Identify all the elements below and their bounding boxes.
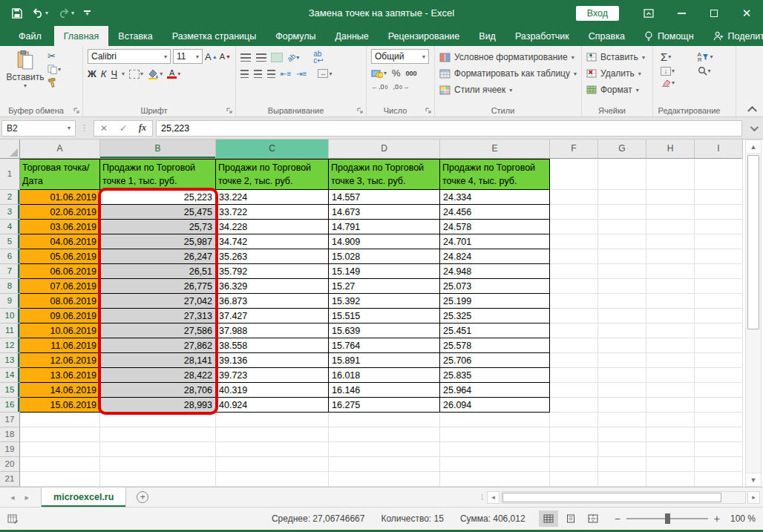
cell-H21[interactable] [646,472,695,487]
status-sum[interactable]: Сумма: 406,012 [460,513,525,524]
cell-B4[interactable]: 25,73 [100,220,216,234]
expand-formula-bar-button[interactable] [745,120,762,137]
cell-H16[interactable] [646,398,695,413]
cell-G11[interactable] [598,324,646,338]
cell-C7[interactable]: 35.792 [216,264,329,279]
insert-function-button[interactable]: fx [133,122,152,134]
autosum-button[interactable]: Σ▾ [661,50,690,63]
paste-dropdown-caret[interactable]: ▾ [24,82,27,89]
cell-I7[interactable] [695,264,743,279]
cell-F2[interactable] [550,190,598,205]
cell-F20[interactable] [550,457,598,472]
cell-C9[interactable]: 36.873 [216,294,329,309]
font-dialog-launcher[interactable] [226,107,233,114]
status-count[interactable]: Количество: 15 [381,513,443,524]
cell-E2[interactable]: 24.334 [440,190,550,205]
prev-sheet-button[interactable]: ◂ [10,493,15,502]
cell-E14[interactable]: 25.835 [440,368,550,383]
cell-F5[interactable] [550,234,598,249]
cell-B10[interactable]: 27,313 [100,309,216,324]
cell-F6[interactable] [550,249,598,264]
tab-developer[interactable]: Разработчик [505,26,579,46]
copy-button[interactable]: ▾ [48,65,61,74]
scroll-right-button[interactable]: ▸ [747,491,760,504]
zoom-slider[interactable] [626,518,708,519]
cell-D10[interactable]: 15.515 [329,309,440,324]
format-as-table-button[interactable]: Форматировать как таблицу▾ [439,65,577,82]
cell-D15[interactable]: 16.146 [329,383,440,398]
cell-D12[interactable]: 15.764 [329,338,440,353]
cell-B9[interactable]: 27,042 [100,294,216,309]
cell-H8[interactable] [646,279,695,294]
cell-G20[interactable] [598,457,646,472]
cell-C21[interactable] [216,472,329,487]
cell-C16[interactable]: 40.924 [216,398,329,413]
new-sheet-button[interactable]: + [137,491,148,503]
cell-C19[interactable] [216,442,329,457]
cell-G3[interactable] [598,205,646,220]
cell-H12[interactable] [646,338,695,353]
cell-A1[interactable]: Торговая точка/ Дата [20,159,100,190]
cell-A10[interactable]: 09.06.2019 [20,309,100,324]
cell-A4[interactable]: 03.06.2019 [20,220,100,234]
align-left-button[interactable] [240,70,249,78]
cell-E8[interactable]: 25.073 [440,279,550,294]
close-button[interactable]: ✕ [730,0,763,26]
cell-I19[interactable] [695,442,743,457]
cell-A14[interactable]: 13.06.2019 [20,368,100,383]
align-center-button[interactable] [254,70,262,78]
cell-A11[interactable]: 10.06.2019 [20,324,100,338]
row-header-1[interactable]: 1 [0,159,20,190]
cell-I5[interactable] [695,234,743,249]
cell-F15[interactable] [550,383,598,398]
cell-B16[interactable]: 28,993 [100,398,216,413]
redo-button[interactable]: ▾ [58,8,74,19]
maximize-button[interactable] [698,0,730,26]
cell-H5[interactable] [646,234,695,249]
cell-I8[interactable] [695,279,743,294]
cell-C8[interactable]: 36.329 [216,279,329,294]
zoom-level[interactable]: 100 % [724,513,756,524]
cell-B20[interactable] [100,457,216,472]
tab-help[interactable]: Справка [579,26,635,46]
cell-I12[interactable] [695,338,743,353]
cell-B17[interactable] [100,413,216,427]
cell-H3[interactable] [646,205,695,220]
undo-dropdown-caret[interactable]: ▾ [45,10,48,16]
delete-cells-button[interactable]: Удалить▾ [586,65,648,82]
decrease-font-button[interactable]: A▼ [220,52,231,61]
cell-F13[interactable] [550,353,598,368]
cell-H15[interactable] [646,383,695,398]
cell-D18[interactable] [329,427,440,442]
cell-D17[interactable] [329,413,440,427]
row-header-8[interactable]: 8 [0,279,20,294]
cell-E20[interactable] [440,457,550,472]
cell-A3[interactable]: 02.06.2019 [20,205,100,220]
increase-decimal-button[interactable]: ←,00 [371,83,387,91]
italic-button[interactable]: К [101,68,107,79]
find-select-button[interactable]: ▾ [698,66,728,76]
cell-C13[interactable]: 39.136 [216,353,329,368]
cell-F18[interactable] [550,427,598,442]
cell-E1[interactable]: Продажи по Торговой точке 4, тыс. руб. [440,159,550,190]
formula-input[interactable]: 25,223 [156,120,742,137]
accounting-format-button[interactable]: ▾ [371,69,387,78]
tab-formulas[interactable]: Формулы [266,26,325,46]
align-bottom-button[interactable] [272,53,282,62]
cell-B3[interactable]: 25,475 [100,205,216,220]
column-header-H[interactable]: H [646,139,695,159]
cell-C1[interactable]: Продажи по Торговой точке 2, тыс. руб. [216,159,329,190]
row-header-17[interactable]: 17 [0,413,20,427]
cell-C5[interactable]: 34.742 [216,234,329,249]
cell-F14[interactable] [550,368,598,383]
cell-B1[interactable]: Продажи по Торговой точке 1, тыс. руб. [100,159,216,190]
tab-page-layout[interactable]: Разметка страницы [163,26,266,46]
cell-C18[interactable] [216,427,329,442]
increase-indent-button[interactable]: ⇥≡ [296,70,307,78]
cell-A9[interactable]: 08.06.2019 [20,294,100,309]
cell-D8[interactable]: 15.27 [329,279,440,294]
cell-G14[interactable] [598,368,646,383]
alignment-dialog-launcher[interactable] [356,107,364,114]
row-header-14[interactable]: 14 [0,368,20,383]
cut-button[interactable]: ✂ [48,51,61,61]
